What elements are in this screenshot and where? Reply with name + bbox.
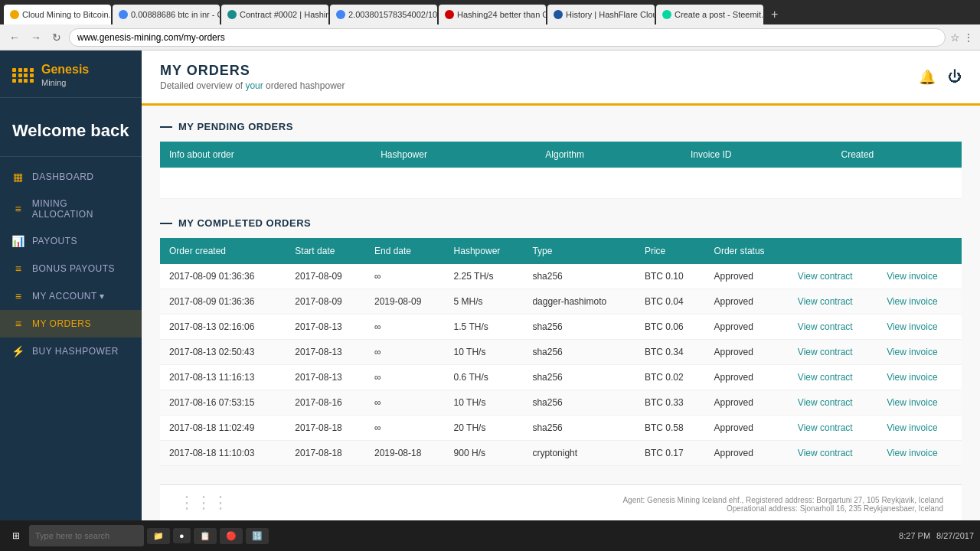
tab-label-6: History | HashFlare Cloud...	[566, 10, 655, 19]
tab-favicon-7	[662, 10, 671, 19]
power-icon[interactable]: ⏻	[948, 69, 962, 85]
cell-type: sha256	[523, 340, 635, 365]
tab-5[interactable]: Hashing24 better than Ge... ✕	[439, 5, 546, 24]
view-contract-link[interactable]: View contract	[798, 347, 853, 357]
cell-end-date: ∞	[365, 315, 445, 340]
view-contract-link[interactable]: View contract	[798, 397, 853, 408]
cell-view-invoice[interactable]: View invoice	[877, 289, 962, 315]
app-container: Genesis Mining Welcome back ▦ Dashboard …	[0, 51, 980, 520]
cell-view-contract[interactable]: View contract	[789, 289, 877, 315]
col-status: Order status	[705, 238, 789, 264]
cell-view-contract[interactable]: View contract	[789, 441, 877, 466]
taskbar-file-explorer[interactable]: 📁	[147, 528, 170, 544]
view-invoice-link[interactable]: View invoice	[887, 372, 937, 383]
taskbar-app-3[interactable]: 📋	[194, 528, 217, 544]
sidebar-item-label-mining: Mining Allocation	[32, 198, 129, 220]
tab-label-3: Contract #0002 | Hashing...	[240, 10, 328, 19]
view-contract-link[interactable]: View contract	[798, 422, 853, 433]
view-contract-link[interactable]: View contract	[798, 321, 853, 332]
start-button[interactable]: ⊞	[6, 527, 26, 544]
view-invoice-link[interactable]: View invoice	[887, 271, 937, 282]
completed-header-row: Order created Start date End date Hashpo…	[160, 238, 962, 264]
taskbar-chrome[interactable]: ●	[173, 528, 191, 543]
sidebar-item-bonus-payouts[interactable]: ≡ Bonus Payouts	[0, 255, 142, 282]
view-invoice-link[interactable]: View invoice	[887, 397, 937, 408]
sidebar-item-label-buy: Buy Hashpower	[32, 346, 119, 357]
cell-view-contract[interactable]: View contract	[789, 264, 877, 289]
sidebar-item-payouts[interactable]: 📊 Payouts	[0, 227, 142, 255]
buy-icon: ⚡	[12, 345, 24, 357]
view-invoice-link[interactable]: View invoice	[887, 347, 937, 357]
cell-order-created: 2017-08-18 11:02:49	[160, 416, 286, 441]
cell-hashpower: 20 TH/s	[445, 416, 524, 441]
view-contract-link[interactable]: View contract	[798, 271, 853, 282]
sidebar-item-my-account[interactable]: ≡ My Account ▾	[0, 282, 142, 310]
cell-view-invoice[interactable]: View invoice	[877, 264, 962, 289]
pending-dash	[160, 126, 172, 128]
cell-view-invoice[interactable]: View invoice	[877, 315, 962, 340]
cell-price: BTC 0.58	[635, 416, 705, 441]
view-contract-link[interactable]: View contract	[798, 448, 853, 458]
extension-icon[interactable]: ⋮	[963, 31, 974, 44]
address-bar-input[interactable]	[69, 28, 946, 47]
forward-button[interactable]: →	[28, 30, 44, 45]
cell-order-created: 2017-08-09 01:36:36	[160, 289, 286, 315]
tab-2[interactable]: 0.00888686 btc in inr - G... ✕	[113, 5, 220, 24]
sidebar-item-buy-hashpower[interactable]: ⚡ Buy Hashpower	[0, 337, 142, 365]
cell-view-invoice[interactable]: View invoice	[877, 365, 962, 390]
cell-view-invoice[interactable]: View invoice	[877, 390, 962, 416]
table-row: 2017-08-18 11:02:49 2017-08-18 ∞ 20 TH/s…	[160, 416, 962, 441]
cell-view-invoice[interactable]: View invoice	[877, 441, 962, 466]
welcome-text: Welcome back	[0, 98, 142, 157]
sidebar-item-my-orders[interactable]: ≡ My Orders	[0, 310, 142, 337]
view-contract-link[interactable]: View contract	[798, 296, 853, 307]
taskbar-search-input[interactable]	[29, 525, 144, 546]
cell-type: sha256	[523, 264, 635, 289]
col-end-date: End date	[365, 238, 445, 264]
view-invoice-link[interactable]: View invoice	[887, 448, 937, 458]
view-invoice-link[interactable]: View invoice	[887, 321, 937, 332]
cell-view-contract[interactable]: View contract	[789, 390, 877, 416]
tab-7[interactable]: Create a post - Steemit... ✕	[656, 5, 763, 24]
cell-price: BTC 0.34	[635, 340, 705, 365]
cell-end-date: 2019-08-09	[365, 289, 445, 315]
tab-3[interactable]: Contract #0002 | Hashing... ✕	[221, 5, 328, 24]
cell-view-contract[interactable]: View contract	[789, 365, 877, 390]
cell-view-invoice[interactable]: View invoice	[877, 340, 962, 365]
view-contract-link[interactable]: View contract	[798, 372, 853, 383]
taskbar-date: 8/27/2017	[936, 531, 974, 540]
pending-col-created: Created	[832, 142, 962, 168]
view-invoice-link[interactable]: View invoice	[887, 296, 937, 307]
tab-active[interactable]: Cloud Mining to Bitcoin... ✕	[4, 5, 111, 24]
page-footer: ⋮⋮⋮ Agent: Genesis Mining Iceland ehf., …	[160, 484, 962, 520]
cell-view-invoice[interactable]: View invoice	[877, 416, 962, 441]
cell-status: Approved	[705, 289, 789, 315]
star-icon[interactable]: ☆	[950, 31, 960, 44]
tab-4[interactable]: 2.003801578354002/100... ✕	[330, 5, 437, 24]
logo-dot-10	[18, 79, 22, 83]
sidebar-item-mining-allocation[interactable]: ≡ Mining Allocation	[0, 191, 142, 227]
cell-price: BTC 0.02	[635, 365, 705, 390]
cell-view-contract[interactable]: View contract	[789, 416, 877, 441]
cell-start-date: 2017-08-18	[286, 441, 365, 466]
address-bar-row: ← → ↻ ☆ ⋮	[0, 24, 980, 51]
completed-table-body: 2017-08-09 01:36:36 2017-08-09 ∞ 2.25 TH…	[160, 264, 962, 466]
taskbar-time: 8:27 PM	[899, 531, 930, 540]
sidebar-item-dashboard[interactable]: ▦ Dashboard	[0, 163, 142, 191]
pending-orders-table: Info about order Hashpower Algorithm Inv…	[160, 142, 962, 199]
cell-view-contract[interactable]: View contract	[789, 315, 877, 340]
pending-section-title: MY PENDING ORDERS	[178, 121, 293, 132]
new-tab-button[interactable]: +	[765, 5, 784, 24]
tab-label-5: Hashing24 better than Ge...	[457, 10, 546, 19]
bell-icon[interactable]: 🔔	[919, 69, 936, 86]
refresh-button[interactable]: ↻	[49, 30, 64, 45]
cell-view-contract[interactable]: View contract	[789, 340, 877, 365]
back-button[interactable]: ←	[6, 30, 23, 45]
tab-6[interactable]: History | HashFlare Cloud... ✕	[547, 5, 655, 24]
view-invoice-link[interactable]: View invoice	[887, 422, 937, 433]
taskbar-app-4[interactable]: 🔴	[220, 528, 243, 544]
subtitle-link[interactable]: your	[245, 80, 263, 91]
taskbar-app-5[interactable]: 🔢	[246, 528, 269, 544]
cell-hashpower: 10 TH/s	[445, 340, 524, 365]
browser-chrome: Cloud Mining to Bitcoin... ✕ 0.00888686 …	[0, 0, 980, 51]
